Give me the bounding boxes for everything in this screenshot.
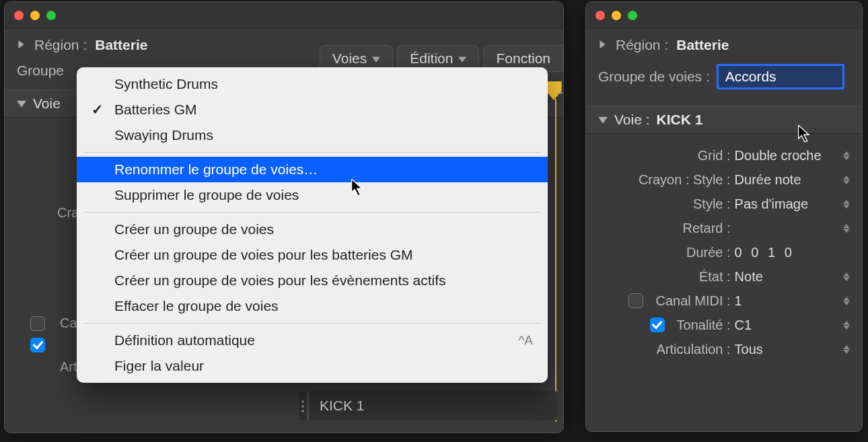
stepper-icon[interactable] [843,200,851,209]
row-crayon-style[interactable]: Crayon : Style : Durée note [593,168,855,192]
voie-header-right[interactable]: Voie : KICK 1 [586,106,862,134]
zoom-button[interactable] [628,11,637,20]
playhead-marker-icon[interactable] [546,81,564,100]
row-style[interactable]: Style : Pas d'image [593,192,855,216]
chevron-down-icon [17,99,26,108]
group-label: Groupe [17,63,64,78]
menu-item-rename-group[interactable]: Renommer le groupe de voies… [77,157,548,182]
retard-label: Retard : [593,221,735,236]
region-value: Batterie [95,37,147,53]
pane-splitter[interactable] [299,392,306,420]
chevron-right-icon [598,40,608,50]
menu-item-swaying-drums[interactable]: Swaying Drums [77,122,548,148]
menu-item-delete-group[interactable]: Supprimer le groupe de voies [77,182,548,208]
menu-item-create-group-active[interactable]: Créer un groupe de voies pour les évènem… [77,268,548,293]
row-canal-midi[interactable]: Canal MIDI : 1 [593,289,855,313]
chevron-right-icon [17,40,26,50]
titlebar-left [5,2,563,29]
tonalite-value: C1 [735,318,752,333]
svg-marker-0 [18,40,24,48]
canalmidi-value: 1 [735,293,742,309]
hidden-row-art-label: Art [60,359,77,375]
menu-label: Effacer le groupe de voies [114,298,279,314]
inspector-list: Grid : Double croche Crayon : Style : Du… [586,134,862,361]
articulation-value: Tous [735,342,763,357]
zoom-button[interactable] [46,11,56,20]
svg-marker-3 [458,57,466,62]
svg-marker-9 [843,156,850,160]
stepper-icon[interactable] [843,151,851,160]
chevron-down-icon [458,50,466,67]
menu-item-synthetic-drums[interactable]: Synthetic Drums [77,71,548,97]
menu-item-clear-group[interactable]: Effacer le groupe de voies [77,293,548,319]
minimize-button[interactable] [30,11,40,20]
row-duree[interactable]: Durée : 0 0 1 0 [593,240,855,264]
svg-marker-19 [843,301,850,305]
svg-marker-21 [843,326,850,330]
stepper-icon[interactable] [843,297,851,305]
menu-item-create-group-gm[interactable]: Créer un groupe de voies pour les batter… [77,242,548,268]
menu-label: Synthetic Drums [114,76,218,92]
stepper-icon[interactable] [843,345,851,354]
hidden-row-articulation: Art [60,359,77,375]
playhead-line [555,99,556,422]
region-value: Batterie [676,37,729,53]
region-header-right[interactable]: Région : Batterie [586,29,862,57]
voices-label: Voies [332,50,367,67]
menu-label: Créer un groupe de voies pour les batter… [114,247,413,263]
hidden-row-tonalite[interactable] [30,338,77,353]
menu-label: Renommer le groupe de voies… [114,161,318,178]
svg-marker-15 [843,229,850,233]
stepper-icon[interactable] [843,224,851,233]
menu-shortcut: ^A [518,333,533,348]
tonalite-checkbox[interactable] [650,318,665,332]
duree-value: 0 0 1 0 [735,245,795,260]
menu-separator [83,323,541,324]
menu-label: Créer un groupe de voies [114,221,274,237]
canal-checkbox[interactable] [30,316,45,331]
menu-label: Supprimer le groupe de voies [114,187,299,203]
menu-item-create-group[interactable]: Créer un groupe de voies [77,217,548,242]
hidden-row-canal[interactable]: Ca [30,316,77,331]
menu-item-batteries-gm[interactable]: ✓ Batteries GM [77,97,548,122]
row-articulation[interactable]: Articulation : Tous [593,337,855,361]
group-label: Groupe de voies : [598,69,710,85]
stepper-icon[interactable] [843,176,851,184]
stepper-icon[interactable] [843,321,851,330]
chevron-down-icon [372,50,380,67]
crayon-label: Crayon : Style : [593,172,735,188]
svg-marker-11 [843,180,850,184]
voie-label: Voie : [614,112,650,128]
row-retard[interactable]: Retard : [593,216,855,240]
row-tonalite[interactable]: Tonalité : C1 [593,313,855,337]
tonalite-checkbox[interactable] [30,338,45,353]
hidden-row-label: Ca [60,316,77,331]
svg-marker-8 [843,151,850,155]
svg-marker-10 [843,176,850,180]
track-group-context-menu: Synthetic Drums ✓ Batteries GM Swaying D… [77,67,548,383]
svg-marker-2 [372,57,380,62]
svg-marker-13 [843,205,850,209]
canal-midi-checkbox[interactable] [628,293,643,308]
canalmidi-label: Canal MIDI : [655,293,730,309]
stepper-icon[interactable] [843,272,851,281]
articulation-label: Articulation : [593,342,735,357]
menu-item-auto-definition[interactable]: Définition automatique ^A [77,328,548,353]
close-button[interactable] [595,11,605,20]
close-button[interactable] [14,11,24,20]
style-value: Pas d'image [735,196,808,212]
region-label: Région : [616,37,668,53]
group-name-input[interactable] [717,64,844,89]
menu-label: Définition automatique [114,332,255,348]
etat-label: État : [593,269,735,285]
track-header-kick1[interactable]: KICK 1 [308,391,556,420]
row-etat[interactable]: État : Note [593,264,855,289]
svg-marker-23 [843,350,850,354]
menu-item-freeze-value[interactable]: Figer la valeur [77,353,548,379]
svg-marker-22 [843,345,850,349]
chevron-down-icon [598,115,608,124]
track-name: KICK 1 [320,398,365,413]
voie-label: Voie [33,96,61,112]
row-grid[interactable]: Grid : Double croche [593,143,855,168]
minimize-button[interactable] [612,11,621,20]
